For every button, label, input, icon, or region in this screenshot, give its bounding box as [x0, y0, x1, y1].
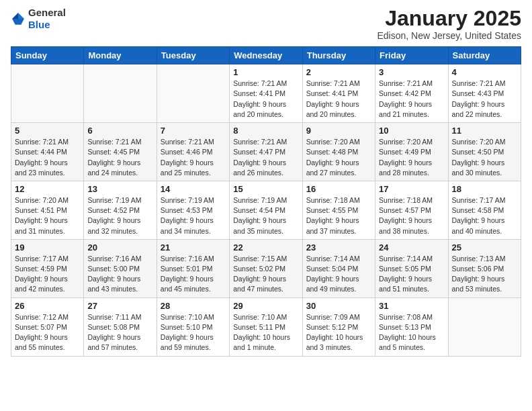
calendar-week-row: 1Sunrise: 7:21 AMSunset: 4:41 PMDaylight… [11, 64, 521, 123]
calendar-cell [157, 64, 229, 123]
calendar-cell: 27Sunrise: 7:11 AMSunset: 5:08 PMDayligh… [84, 298, 157, 356]
day-number: 4 [452, 67, 517, 77]
day-info: Sunrise: 7:10 AMSunset: 5:10 PMDaylight:… [161, 312, 226, 353]
day-info: Sunrise: 7:13 AMSunset: 5:06 PMDaylight:… [452, 254, 517, 295]
day-info: Sunrise: 7:21 AMSunset: 4:42 PMDaylight:… [379, 79, 444, 120]
day-info: Sunrise: 7:09 AMSunset: 5:12 PMDaylight:… [306, 312, 371, 353]
logo: General Blue [11, 7, 66, 31]
calendar-cell: 10Sunrise: 7:20 AMSunset: 4:49 PMDayligh… [375, 123, 448, 181]
location: Edison, New Jersey, United States [377, 30, 521, 41]
day-number: 23 [306, 242, 371, 253]
header: General Blue January 2025 Edison, New Je… [11, 7, 521, 41]
day-info: Sunrise: 7:21 AMSunset: 4:44 PMDaylight:… [15, 137, 80, 178]
calendar-cell: 14Sunrise: 7:19 AMSunset: 4:53 PMDayligh… [157, 181, 229, 239]
calendar-cell: 15Sunrise: 7:19 AMSunset: 4:54 PMDayligh… [230, 181, 302, 239]
calendar-cell: 9Sunrise: 7:20 AMSunset: 4:48 PMDaylight… [302, 123, 375, 181]
day-info: Sunrise: 7:20 AMSunset: 4:49 PMDaylight:… [379, 137, 444, 178]
calendar-cell: 16Sunrise: 7:18 AMSunset: 4:55 PMDayligh… [302, 181, 375, 239]
day-number: 22 [233, 242, 298, 253]
day-number: 25 [452, 242, 517, 253]
day-info: Sunrise: 7:20 AMSunset: 4:50 PMDaylight:… [452, 137, 517, 178]
day-info: Sunrise: 7:14 AMSunset: 5:05 PMDaylight:… [379, 254, 444, 295]
day-info: Sunrise: 7:19 AMSunset: 4:52 PMDaylight:… [87, 195, 152, 236]
calendar-cell: 23Sunrise: 7:14 AMSunset: 5:04 PMDayligh… [302, 239, 375, 298]
day-info: Sunrise: 7:19 AMSunset: 4:53 PMDaylight:… [161, 195, 226, 236]
calendar-cell: 11Sunrise: 7:20 AMSunset: 4:50 PMDayligh… [448, 123, 521, 181]
calendar-cell: 7Sunrise: 7:21 AMSunset: 4:46 PMDaylight… [157, 123, 229, 181]
weekday-header-row: SundayMondayTuesdayWednesdayThursdayFrid… [11, 47, 521, 64]
day-number: 14 [161, 184, 226, 194]
day-info: Sunrise: 7:19 AMSunset: 4:54 PMDaylight:… [233, 195, 298, 236]
logo-general: General [28, 7, 66, 19]
calendar-cell: 3Sunrise: 7:21 AMSunset: 4:42 PMDaylight… [375, 64, 448, 123]
weekday-header-thursday: Thursday [302, 47, 375, 64]
calendar-cell: 6Sunrise: 7:21 AMSunset: 4:45 PMDaylight… [84, 123, 157, 181]
calendar-cell: 25Sunrise: 7:13 AMSunset: 5:06 PMDayligh… [448, 239, 521, 298]
day-info: Sunrise: 7:08 AMSunset: 5:13 PMDaylight:… [379, 312, 444, 353]
day-number: 17 [379, 184, 444, 194]
calendar-cell: 17Sunrise: 7:18 AMSunset: 4:57 PMDayligh… [375, 181, 448, 239]
calendar-cell [11, 64, 84, 123]
day-number: 10 [379, 126, 444, 136]
calendar-week-row: 5Sunrise: 7:21 AMSunset: 4:44 PMDaylight… [11, 123, 521, 181]
day-number: 9 [306, 126, 371, 136]
calendar-cell: 28Sunrise: 7:10 AMSunset: 5:10 PMDayligh… [157, 298, 229, 356]
calendar-cell [84, 64, 157, 123]
day-info: Sunrise: 7:16 AMSunset: 5:01 PMDaylight:… [161, 254, 226, 295]
calendar-cell: 21Sunrise: 7:16 AMSunset: 5:01 PMDayligh… [157, 239, 229, 298]
weekday-header-wednesday: Wednesday [230, 47, 302, 64]
day-info: Sunrise: 7:15 AMSunset: 5:02 PMDaylight:… [233, 254, 298, 295]
day-number: 2 [306, 67, 371, 77]
calendar-cell: 29Sunrise: 7:10 AMSunset: 5:11 PMDayligh… [230, 298, 302, 356]
calendar-cell: 20Sunrise: 7:16 AMSunset: 5:00 PMDayligh… [84, 239, 157, 298]
day-info: Sunrise: 7:18 AMSunset: 4:55 PMDaylight:… [306, 195, 371, 236]
day-number: 12 [15, 184, 80, 194]
day-number: 16 [306, 184, 371, 194]
day-number: 21 [161, 242, 226, 253]
day-number: 3 [379, 67, 444, 77]
day-info: Sunrise: 7:12 AMSunset: 5:07 PMDaylight:… [15, 312, 80, 353]
calendar: SundayMondayTuesdayWednesdayThursdayFrid… [11, 46, 521, 356]
day-number: 11 [452, 126, 517, 136]
day-number: 18 [452, 184, 517, 194]
day-info: Sunrise: 7:18 AMSunset: 4:57 PMDaylight:… [379, 195, 444, 236]
day-number: 20 [87, 242, 152, 253]
day-info: Sunrise: 7:21 AMSunset: 4:46 PMDaylight:… [161, 137, 226, 178]
day-number: 13 [87, 184, 152, 194]
calendar-cell: 1Sunrise: 7:21 AMSunset: 4:41 PMDaylight… [230, 64, 302, 123]
header-right: January 2025 Edison, New Jersey, United … [377, 7, 521, 41]
calendar-cell: 4Sunrise: 7:21 AMSunset: 4:43 PMDaylight… [448, 64, 521, 123]
day-info: Sunrise: 7:20 AMSunset: 4:51 PMDaylight:… [15, 195, 80, 236]
calendar-cell [448, 298, 521, 356]
page: General Blue January 2025 Edison, New Je… [0, 0, 532, 367]
logo-icon [11, 11, 26, 26]
calendar-cell: 18Sunrise: 7:17 AMSunset: 4:58 PMDayligh… [448, 181, 521, 239]
svg-marker-1 [18, 13, 24, 19]
day-number: 15 [233, 184, 298, 194]
weekday-header-sunday: Sunday [11, 47, 84, 64]
weekday-header-saturday: Saturday [448, 47, 521, 64]
calendar-cell: 26Sunrise: 7:12 AMSunset: 5:07 PMDayligh… [11, 298, 84, 356]
day-info: Sunrise: 7:17 AMSunset: 4:58 PMDaylight:… [452, 195, 517, 236]
day-info: Sunrise: 7:11 AMSunset: 5:08 PMDaylight:… [87, 312, 152, 353]
day-number: 8 [233, 126, 298, 136]
day-number: 29 [233, 301, 298, 311]
day-info: Sunrise: 7:14 AMSunset: 5:04 PMDaylight:… [306, 254, 371, 295]
calendar-cell: 30Sunrise: 7:09 AMSunset: 5:12 PMDayligh… [302, 298, 375, 356]
day-number: 31 [379, 301, 444, 311]
calendar-week-row: 19Sunrise: 7:17 AMSunset: 4:59 PMDayligh… [11, 239, 521, 298]
logo-blue: Blue [28, 19, 66, 31]
calendar-cell: 5Sunrise: 7:21 AMSunset: 4:44 PMDaylight… [11, 123, 84, 181]
calendar-week-row: 26Sunrise: 7:12 AMSunset: 5:07 PMDayligh… [11, 298, 521, 356]
day-info: Sunrise: 7:17 AMSunset: 4:59 PMDaylight:… [15, 254, 80, 295]
weekday-header-friday: Friday [375, 47, 448, 64]
weekday-header-monday: Monday [84, 47, 157, 64]
day-number: 5 [15, 126, 80, 136]
day-number: 30 [306, 301, 371, 311]
day-info: Sunrise: 7:21 AMSunset: 4:45 PMDaylight:… [87, 137, 152, 178]
calendar-cell: 19Sunrise: 7:17 AMSunset: 4:59 PMDayligh… [11, 239, 84, 298]
day-number: 24 [379, 242, 444, 253]
calendar-cell: 22Sunrise: 7:15 AMSunset: 5:02 PMDayligh… [230, 239, 302, 298]
calendar-cell: 13Sunrise: 7:19 AMSunset: 4:52 PMDayligh… [84, 181, 157, 239]
day-info: Sunrise: 7:20 AMSunset: 4:48 PMDaylight:… [306, 137, 371, 178]
